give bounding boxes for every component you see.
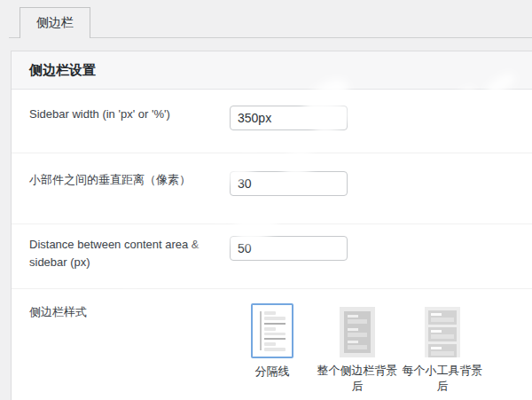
whole-sidebar-background-thumbnail-icon[interactable]: [340, 307, 375, 357]
setting-row-sidebar-style: 侧边栏样式 分隔线: [12, 289, 532, 400]
widget-vertical-distance-input[interactable]: [230, 171, 348, 196]
setting-row-content-sidebar-distance: Distance between content area & sidebar …: [12, 224, 532, 289]
widget-vertical-distance-label: 小部件之间的垂直距离（像素）: [29, 171, 230, 224]
each-widget-background-label: 每个小工具背景后: [400, 363, 485, 394]
content-sidebar-distance-label: Distance between content area & sidebar …: [29, 236, 230, 288]
tab-sidebar[interactable]: 侧边栏: [20, 7, 90, 38]
sidebar-style-label: 侧边栏样式: [29, 303, 230, 400]
divider-style-thumbnail-icon[interactable]: [251, 303, 293, 358]
sidebar-style-options: 分隔线 整个侧边栏背景后: [230, 303, 514, 400]
sidebar-style-option-divider[interactable]: 分隔线: [230, 303, 315, 380]
sidebar-width-label: Sidebar width (in 'px' or '%'): [29, 106, 230, 153]
each-widget-background-thumbnail-icon[interactable]: [425, 307, 460, 357]
settings-panel: 侧边栏设置 Sidebar width (in 'px' or '%') 小部件…: [11, 51, 532, 400]
sidebar-style-option-whole-background[interactable]: 整个侧边栏背景后: [315, 303, 400, 394]
page-title: 侧边栏设置: [29, 62, 96, 79]
sidebar-width-input[interactable]: [230, 106, 348, 130]
content-sidebar-distance-input[interactable]: [230, 236, 348, 261]
panel-header: 侧边栏设置: [12, 51, 532, 90]
divider-style-label: 分隔线: [230, 364, 315, 380]
sidebar-style-option-widget-background[interactable]: 每个小工具背景后: [400, 303, 485, 394]
whole-sidebar-background-label: 整个侧边栏背景后: [315, 363, 400, 394]
setting-row-sidebar-width: Sidebar width (in 'px' or '%'): [12, 90, 532, 153]
setting-row-widget-vertical-distance: 小部件之间的垂直距离（像素）: [12, 153, 532, 224]
